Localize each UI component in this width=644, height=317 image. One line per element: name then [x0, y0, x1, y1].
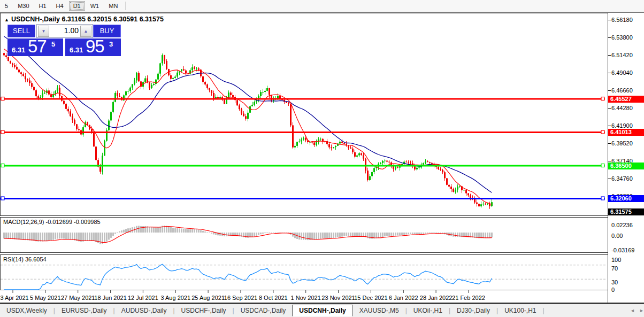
price-tick-label: 6.49040: [611, 69, 633, 76]
price-tick-label: 6.41900: [611, 122, 633, 129]
price-tick-mark: [608, 143, 611, 144]
chart-title: ▲USDCNH-,Daily 6.31165 6.32015 6.30591 6…: [4, 16, 164, 23]
tab-scroll-left-icon[interactable]: ◄: [630, 308, 635, 313]
level-price-tag: 6.41013: [608, 129, 644, 136]
timeframe-button-H1[interactable]: H1: [35, 1, 51, 11]
date-tick-label: 3 Aug 2021: [158, 295, 193, 301]
price-tick-mark: [608, 126, 611, 126]
sell-price-big: 57: [28, 36, 47, 57]
date-tick-label: 8 Oct 2021: [256, 295, 290, 301]
trading-terminal-window: 5M30H1H4D1W1MN ▲USDCNH-,Daily 6.31165 6.…: [0, 0, 644, 317]
indicator-tick-label: 30: [611, 279, 618, 285]
chart-tab-usdcnh-daily[interactable]: USDCNH-,Daily: [292, 305, 352, 316]
level-price-tag: 6.36500: [608, 163, 644, 169]
date-tick-label: 23 Nov 2021: [321, 295, 356, 301]
timeframe-toolbar: 5M30H1H4D1W1MN: [0, 0, 644, 13]
price-tick-mark: [608, 90, 611, 91]
indicator-tick-label: 0.00: [611, 233, 623, 239]
price-tick-label: 6.46660: [611, 87, 633, 94]
date-tick-label: 28 Jan 2022: [419, 295, 453, 301]
volume-value[interactable]: 1.00: [64, 26, 79, 35]
sell-price-base: 6.31: [12, 46, 25, 54]
bull-candles: [40, 53, 493, 207]
buy-price-display[interactable]: 6.31 95 3: [65, 38, 121, 56]
price-tick-mark: [608, 20, 611, 20]
date-tick-label: 18 Jun 2021: [94, 295, 128, 301]
date-tick-label: 25 Aug 2021: [191, 295, 225, 301]
sell-button[interactable]: SELL: [7, 25, 35, 37]
toolbar-separator: [125, 2, 126, 10]
timeframe-button-H4[interactable]: H4: [52, 1, 68, 11]
date-tick-label: 5 May 2021: [28, 295, 63, 301]
tab-scroll-right-icon[interactable]: ►: [639, 308, 644, 313]
chart-tab-audusd-daily[interactable]: AUDUSD-,Daily: [115, 305, 173, 316]
indicator-tick-label: -0.03169: [611, 247, 634, 253]
date-tick-label: 6 Jan 2022: [386, 295, 420, 301]
date-tick-label: 16 Sep 2021: [224, 295, 258, 301]
bear-candles: [3, 51, 490, 209]
date-tick-label: 13 Apr 2021: [0, 295, 30, 301]
price-tick-label: 6.44280: [611, 105, 633, 111]
buy-price-big: 95: [86, 36, 104, 57]
price-tick-label: 6.53800: [611, 34, 633, 41]
chart-tab-bar: USDX,Weekly|EURUSD-,Daily|AUDUSD-,Daily|…: [0, 303, 644, 317]
sell-price-pip: 5: [51, 40, 55, 48]
chart-tab-dj30-daily[interactable]: DJ30-,Daily: [450, 305, 496, 316]
price-tick-label: 6.34760: [611, 175, 633, 182]
date-tick-label: 21 Feb 2022: [451, 295, 486, 301]
rsi-line: [4, 264, 492, 290]
chart-tab-xauusd-m5[interactable]: XAUUSD-,M5: [353, 305, 405, 316]
date-tick-label: 15 Dec 2021: [354, 295, 388, 301]
price-tick-mark: [608, 108, 611, 109]
indicator-tick-label: 100: [611, 257, 621, 263]
chart-tab-uk100-h1[interactable]: UK100-,H1: [498, 305, 542, 316]
buy-price-base: 6.31: [70, 46, 83, 54]
indicator-tick-label: 0: [611, 287, 615, 293]
price-tick-mark: [608, 179, 611, 179]
tab-separator: |: [543, 307, 545, 314]
timeframe-button-M30[interactable]: M30: [13, 1, 33, 11]
volume-increase-icon[interactable]: ▲: [80, 26, 91, 37]
price-tick-label: 6.51420: [611, 52, 633, 58]
price-tick-label: 6.56180: [611, 17, 633, 23]
date-tick-label: 12 Jul 2021: [126, 295, 160, 301]
level-price-tag: 6.45527: [608, 96, 644, 103]
rsi-indicator-label: RSI(14) 36.6054: [3, 256, 47, 262]
chart-tab-usdchf-daily[interactable]: USDCHF-,Daily: [175, 305, 233, 316]
indicator-tick-label: 0.02236: [611, 222, 633, 228]
timeframe-button-MN[interactable]: MN: [104, 1, 122, 11]
chart-tab-ukoil-h1[interactable]: UKOil-,H1: [407, 305, 449, 316]
buy-button[interactable]: BUY: [93, 25, 121, 37]
indicator-tick-label: 70: [611, 265, 618, 272]
timeframe-button-D1[interactable]: D1: [69, 1, 85, 11]
timeframe-button-W1[interactable]: W1: [86, 1, 104, 11]
macd-indicator-label: MACD(12,26,9) -0.012699 -0.009985: [3, 219, 101, 225]
price-tick-mark: [608, 73, 611, 73]
level-price-tag: 6.32060: [608, 195, 644, 202]
chart-tab-usdcad-daily[interactable]: USDCAD-,Daily: [234, 305, 293, 316]
price-tick-mark: [608, 37, 611, 38]
price-tick-mark: [608, 161, 611, 161]
chart-window[interactable]: ▲USDCNH-,Daily 6.31165 6.32015 6.30591 6…: [0, 13, 644, 303]
price-tick-label: 6.39520: [611, 140, 633, 146]
date-tick-label: 27 May 2021: [61, 295, 95, 301]
collapse-arrow-icon[interactable]: ▲: [4, 17, 9, 22]
volume-decrease-icon[interactable]: ▼: [38, 26, 49, 37]
timeframe-button-5[interactable]: 5: [1, 1, 12, 11]
price-tick-mark: [608, 55, 611, 56]
current-price-tag: 6.31575: [608, 208, 644, 215]
chart-tab-usdx-weekly[interactable]: USDX,Weekly: [0, 305, 53, 316]
chart-tab-eurusd-daily[interactable]: EURUSD-,Daily: [55, 305, 113, 316]
sell-price-display[interactable]: 6.31 57 5: [7, 38, 63, 56]
chart-title-text: USDCNH-,Daily 6.31165 6.32015 6.30591 6.…: [11, 16, 164, 23]
buy-price-pip: 3: [109, 40, 113, 48]
one-click-trade-panel: SELL ▼ 1.00 ▲ BUY 6.31 57 5 6.31 95 3: [7, 24, 121, 67]
date-tick-label: 1 Nov 2021: [289, 295, 323, 301]
